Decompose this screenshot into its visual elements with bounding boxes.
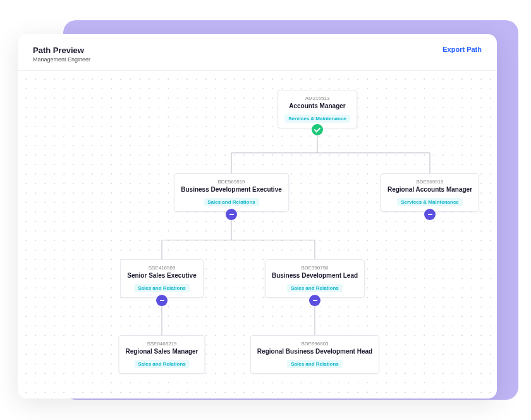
node-title: Regional Accounts Manager [388,186,472,193]
card-header: Path Preview Management Engineer Export … [18,34,497,70]
node-business-dev-lead[interactable]: BDE350756 Business Development Lead Sale… [265,259,365,298]
page-title: Path Preview [33,46,90,55]
node-code: SSE416589 [127,265,197,271]
node-title: Accounts Manager [284,102,350,109]
check-icon[interactable] [312,124,323,135]
collapse-icon[interactable] [309,295,320,306]
node-tag: Sales and Relations [204,198,259,206]
node-code: BDE569519 [181,179,282,185]
node-title: Business Development Lead [272,272,358,279]
collapse-icon[interactable] [226,209,237,220]
node-title: Senior Sales Executive [127,272,197,279]
header-titles: Path Preview Management Engineer [33,46,90,63]
node-tag: Sales and Relations [287,360,343,368]
org-canvas[interactable]: AM216513 Accounts Manager Services & Mai… [18,70,497,398]
node-code: AM216513 [284,96,350,101]
node-code: BDE896803 [257,341,372,347]
node-senior-sales-exec[interactable]: SSE416589 Senior Sales Executive Sales a… [120,259,204,298]
export-path-button[interactable]: Export Path [442,46,482,53]
node-tag: Sales and Relations [287,284,343,292]
node-tag: Sales and Relations [134,284,190,292]
node-title: Regional Business Development Head [257,348,372,355]
collapse-icon[interactable] [156,295,168,306]
node-code: BDE350756 [272,265,358,271]
collapse-icon[interactable] [424,209,436,220]
node-tag: Services & Maintenance [284,114,350,123]
page-subtitle: Management Engineer [33,56,90,63]
node-regional-business-dev-head[interactable]: BDE896803 Regional Business Development … [250,335,379,374]
node-regional-accounts-manager[interactable]: BDE569519 Regional Accounts Manager Serv… [381,173,479,212]
node-title: Business Development Executive [181,186,282,193]
path-preview-card: Path Preview Management Engineer Export … [18,34,497,398]
node-tag: Sales and Relations [134,360,190,368]
node-code: SSE0468219 [125,341,198,347]
node-title: Regional Sales Manager [125,348,198,355]
node-code: BDE569519 [388,179,472,185]
node-business-dev-exec[interactable]: BDE569519 Business Development Executive… [174,173,289,212]
node-tag: Services & Maintenance [397,198,463,206]
node-regional-sales-manager[interactable]: SSE0468219 Regional Sales Manager Sales … [118,335,205,374]
node-accounts-manager[interactable]: AM216513 Accounts Manager Services & Mai… [278,90,357,128]
